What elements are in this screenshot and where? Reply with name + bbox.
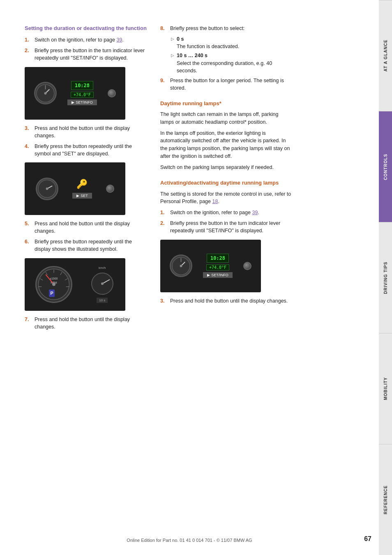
cluster-temp: +74.0°F — [71, 92, 94, 98]
right-cluster-arrow-icon: ▶ — [207, 273, 210, 277]
step-3-num: 3. — [25, 125, 32, 139]
activating-step-1-num: 1. — [160, 209, 168, 216]
daytime-body-2: In the lamps off position, the exterior … — [160, 130, 292, 160]
cluster-set-arrow-icon: ▶ — [76, 194, 79, 198]
step-5-text: Press and hold the button until the disp… — [35, 220, 148, 235]
step-2-text: Briefly press the button in the turn ind… — [35, 47, 148, 62]
bullet-10s-240s: ▷ 10 s … 240 sSelect the corresponding d… — [169, 52, 292, 74]
step-3: 3. Press and hold the button until the d… — [25, 125, 148, 139]
bullet-10s-240s-text: 10 s … 240 sSelect the corresponding dur… — [177, 52, 292, 74]
activating-step-3-num: 3. — [160, 297, 168, 305]
right-cluster-time: 10:28 — [207, 254, 229, 263]
activating-step-2: 2. Briefly press the button in the turn … — [160, 220, 292, 234]
right-cluster-setinfo-label: ▶ SET/INFO — [203, 272, 233, 278]
left-section-heading: Setting the duration or deactivating the… — [25, 25, 148, 32]
step-9-num: 9. — [160, 77, 168, 92]
bullet-0s: ▷ 0 sThe function is deactivated. — [169, 35, 292, 50]
tab-reference[interactable]: REFERENCE — [379, 444, 392, 555]
daytime-section-heading: Daytime running lamps* — [160, 100, 292, 107]
main-content: Setting the duration or deactivating the… — [0, 0, 379, 350]
step-1-num: 1. — [25, 36, 32, 44]
activating-step-3: 3. Press and hold the button until the d… — [160, 297, 292, 305]
step-4-num: 4. — [25, 143, 32, 157]
tab-controls[interactable]: CONTROLS — [379, 111, 392, 222]
bullet-triangle-icon-2: ▷ — [171, 53, 174, 74]
right-knob-2 — [106, 185, 114, 193]
bullet-0s-text: 0 sThe function is deactivated. — [177, 35, 292, 50]
right-cluster-temp: +74.0°F — [206, 264, 229, 271]
sidebar-tabs: AT A GLANCE CONTROLS DRIVING TIPS MOBILI… — [379, 0, 392, 555]
left-gauge-2 — [36, 178, 58, 200]
right-column: 8. Briefly press the button to select: ▷… — [160, 25, 292, 334]
instrument-cluster-right: 10:28 +74.0°F ▶ SET/INFO — [160, 240, 261, 292]
activating-step-3-text: Press and hold the button until the disp… — [170, 297, 292, 305]
dash-right-panel: km/h 10 s — [90, 266, 115, 303]
bullet-triangle-icon-1: ▷ — [171, 36, 174, 50]
instrument-cluster-3: x1000 RPM P — [25, 258, 125, 311]
ref-link-18[interactable]: 18 — [212, 199, 218, 204]
cluster-set-label: ▶ SET — [72, 193, 92, 199]
tab-at-a-glance[interactable]: AT A GLANCE — [379, 0, 392, 111]
left-column: Setting the duration or deactivating the… — [25, 25, 148, 334]
activating-step-2-num: 2. — [160, 220, 168, 234]
daytime-body-3: Switch on the parking lamps separately i… — [160, 164, 292, 171]
tab-driving-tips[interactable]: DRIVING TIPS — [379, 222, 392, 333]
ref-link-39[interactable]: 39 — [116, 37, 122, 43]
activating-step-1: 1. Switch on the ignition, refer to page… — [160, 209, 292, 216]
step-4-text: Briefly press the button repeatedly unti… — [35, 143, 148, 157]
step-5: 5. Press and hold the button until the d… — [25, 220, 148, 235]
step-7-text: Press and hold the button until the disp… — [35, 316, 148, 331]
step-8-text: Briefly press the button to select: — [170, 25, 292, 32]
activating-step-2-text: Briefly press the button in the turn ind… — [170, 220, 292, 234]
svg-point-6 — [46, 187, 48, 190]
page-number: 67 — [364, 535, 371, 543]
step-7-num: 7. — [25, 316, 32, 331]
key-symbol-icon: 🔑 — [76, 179, 88, 190]
activating-body: The setting is stored for the remote con… — [160, 190, 292, 206]
ref-link-39b[interactable]: 39 — [252, 210, 258, 215]
daytime-body-1: The light switch can remain in the lamps… — [160, 111, 292, 126]
bullet-0s-container: ▷ 0 sThe function is deactivated. ▷ 10 s… — [160, 35, 292, 74]
step-4: 4. Briefly press the button repeatedly u… — [25, 143, 148, 157]
step-9: 9. Press the button for a longer period.… — [160, 77, 292, 92]
timer-display: 10 s — [97, 298, 108, 303]
step-2-num: 2. — [25, 47, 32, 62]
step-7: 7. Press and hold the button until the d… — [25, 316, 148, 331]
step-1: 1. Switch on the ignition, refer to page… — [25, 36, 148, 44]
instrument-cluster-2: 🔑 ▶ SET — [25, 162, 125, 215]
svg-point-18 — [52, 282, 55, 286]
cluster-center-display: 10:28 +74.0°F ▶ SET/INFO — [67, 81, 97, 105]
step-5-num: 5. — [25, 220, 32, 235]
svg-point-3 — [44, 92, 47, 95]
step-3-text: Press and hold the button until the disp… — [35, 125, 148, 139]
right-cluster-center: 10:28 +74.0°F ▶ SET/INFO — [203, 254, 233, 278]
right-knob-1 — [108, 89, 116, 97]
page-footer: Online Edition for Part no. 01 41 0 014 … — [0, 538, 379, 543]
speed-label: km/h — [99, 266, 106, 270]
svg-point-27 — [180, 265, 182, 267]
step-8: 8. Briefly press the button to select: — [160, 25, 292, 32]
step-9-text: Press the button for a longer period. Th… — [170, 77, 292, 92]
right-cluster-left-gauge — [170, 254, 192, 277]
step-6-num: 6. — [25, 238, 32, 253]
svg-text:P: P — [50, 291, 53, 296]
cluster-setinfo-label: ▶ SET/INFO — [67, 99, 97, 105]
svg-point-23 — [101, 282, 104, 285]
step-8-num: 8. — [160, 25, 168, 32]
cluster-center-display-2: 🔑 ▶ SET — [72, 179, 92, 199]
step-6: 6. Briefly press the button repeatedly u… — [25, 238, 148, 253]
step-2: 2. Briefly press the button in the turn … — [25, 47, 148, 62]
tab-mobility[interactable]: MOBILITY — [379, 333, 392, 444]
instrument-cluster-1: 10:28 +74.0°F ▶ SET/INFO — [25, 67, 125, 120]
left-gauge-1 — [34, 82, 57, 104]
svg-text:x1000: x1000 — [50, 277, 58, 280]
tachometer: x1000 RPM P — [35, 266, 72, 303]
activating-step-1-text: Switch on the ignition, refer to page 39… — [170, 209, 292, 216]
cluster-time: 10:28 — [71, 81, 93, 90]
step-1-text: Switch on the ignition, refer to page 39… — [35, 36, 148, 44]
cluster-arrow-icon: ▶ — [71, 100, 74, 104]
activating-section-heading: Activating/deactivating daytime running … — [160, 179, 292, 187]
step-6-text: Briefly press the button repeatedly unti… — [35, 238, 148, 253]
right-cluster-knob — [243, 262, 251, 270]
